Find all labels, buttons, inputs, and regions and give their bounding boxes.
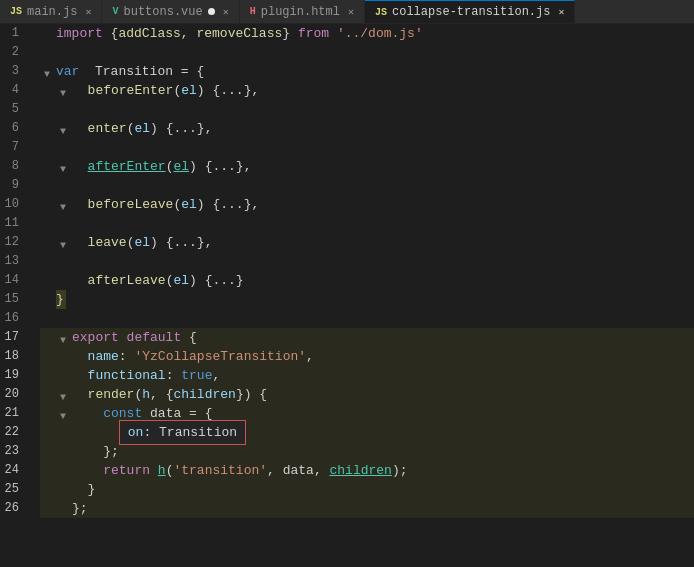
ln-3: 3 bbox=[0, 62, 27, 81]
fold-arrow-20[interactable]: ▼ bbox=[56, 388, 70, 402]
ln-16: 16 bbox=[0, 309, 27, 328]
code-line-17: ▼ export default { bbox=[40, 328, 694, 347]
ln-11: 11 bbox=[0, 214, 27, 233]
code-line-18: name: 'YzCollapseTransition', bbox=[40, 347, 694, 366]
code-line-6: ▼ enter(el) {...}, bbox=[40, 119, 694, 138]
tab-label-plugin-html: plugin.html bbox=[261, 5, 340, 19]
ln-7: 7 bbox=[0, 138, 27, 157]
code-line-12: ▼ leave(el) {...}, bbox=[40, 233, 694, 252]
ln-4: 4 bbox=[0, 81, 27, 100]
ln-21: 21 bbox=[0, 404, 27, 423]
tab-close-plugin-html[interactable]: ✕ bbox=[348, 6, 354, 18]
tab-icon-html: H bbox=[250, 6, 256, 17]
tab-plugin-html[interactable]: H plugin.html ✕ bbox=[240, 0, 365, 24]
tab-icon-active: JS bbox=[375, 7, 387, 18]
ln-12: 12 bbox=[0, 233, 27, 252]
ln-15: 15 bbox=[0, 290, 27, 309]
autocomplete-box: on: Transition bbox=[119, 420, 246, 445]
tab-close-main-js[interactable]: ✕ bbox=[85, 6, 91, 18]
ln-10: 10 bbox=[0, 195, 27, 214]
code-line-2 bbox=[40, 43, 694, 62]
ln-9: 9 bbox=[0, 176, 27, 195]
code-line-5 bbox=[40, 100, 694, 119]
ln-1: 1 bbox=[0, 24, 27, 43]
code-line-22: on: Transition bbox=[40, 423, 694, 442]
ln-20: 20 bbox=[0, 385, 27, 404]
code-line-10: ▼ beforeLeave(el) {...}, bbox=[40, 195, 694, 214]
code-editor[interactable]: import {addClass, removeClass} from '../… bbox=[35, 24, 694, 567]
tab-label-collapse-transition-js: collapse-transition.js bbox=[392, 5, 550, 19]
tab-icon-js: JS bbox=[10, 6, 22, 17]
tab-close-collapse-transition-js[interactable]: ✕ bbox=[558, 6, 564, 18]
code-line-7 bbox=[40, 138, 694, 157]
code-line-4: ▼ beforeEnter(el) {...}, bbox=[40, 81, 694, 100]
code-line-26: }; bbox=[40, 499, 694, 518]
fold-arrow-21[interactable]: ▼ bbox=[56, 407, 70, 421]
ln-26: 26 bbox=[0, 499, 27, 518]
ln-23: 23 bbox=[0, 442, 27, 461]
tab-collapse-transition-js[interactable]: JS collapse-transition.js ✕ bbox=[365, 0, 575, 24]
code-line-16 bbox=[40, 309, 694, 328]
tab-buttons-vue[interactable]: V buttons.vue ✕ bbox=[102, 0, 239, 24]
ln-5: 5 bbox=[0, 100, 27, 119]
code-line-19: functional: true, bbox=[40, 366, 694, 385]
fold-arrow-17[interactable]: ▼ bbox=[56, 331, 70, 345]
code-line-15: } bbox=[40, 290, 694, 309]
code-line-25: } bbox=[40, 480, 694, 499]
tab-modified-dot bbox=[208, 8, 215, 15]
line-numbers: 1 2 3 4 5 6 7 8 9 10 11 12 13 14 15 16 1… bbox=[0, 24, 35, 567]
ln-18: 18 bbox=[0, 347, 27, 366]
code-line-13 bbox=[40, 252, 694, 271]
fold-arrow-3[interactable]: ▼ bbox=[40, 65, 54, 79]
code-line-24: return h('transition', data, children); bbox=[40, 461, 694, 480]
ln-19: 19 bbox=[0, 366, 27, 385]
code-line-11 bbox=[40, 214, 694, 233]
tab-icon-vue: V bbox=[112, 6, 118, 17]
ln-8: 8 bbox=[0, 157, 27, 176]
code-line-14: afterLeave(el) {...} bbox=[40, 271, 694, 290]
ln-17: 17 bbox=[0, 328, 27, 347]
ln-14: 14 bbox=[0, 271, 27, 290]
code-line-8: ▼ afterEnter(el) {...}, bbox=[40, 157, 694, 176]
tab-main-js[interactable]: JS main.js ✕ bbox=[0, 0, 102, 24]
ln-25: 25 bbox=[0, 480, 27, 499]
code-line-9 bbox=[40, 176, 694, 195]
code-line-1: import {addClass, removeClass} from '../… bbox=[40, 24, 694, 43]
tab-label-main-js: main.js bbox=[27, 5, 77, 19]
tab-close-buttons-vue[interactable]: ✕ bbox=[223, 6, 229, 18]
ln-6: 6 bbox=[0, 119, 27, 138]
ln-22: 22 bbox=[0, 423, 27, 442]
code-area: 1 2 3 4 5 6 7 8 9 10 11 12 13 14 15 16 1… bbox=[0, 24, 694, 567]
ln-13: 13 bbox=[0, 252, 27, 271]
ln-2: 2 bbox=[0, 43, 27, 62]
tab-bar: JS main.js ✕ V buttons.vue ✕ H plugin.ht… bbox=[0, 0, 694, 24]
code-line-3: ▼ var Transition = { bbox=[40, 62, 694, 81]
tab-label-buttons-vue: buttons.vue bbox=[123, 5, 202, 19]
ln-24: 24 bbox=[0, 461, 27, 480]
code-line-20: ▼ render(h, {children}) { bbox=[40, 385, 694, 404]
